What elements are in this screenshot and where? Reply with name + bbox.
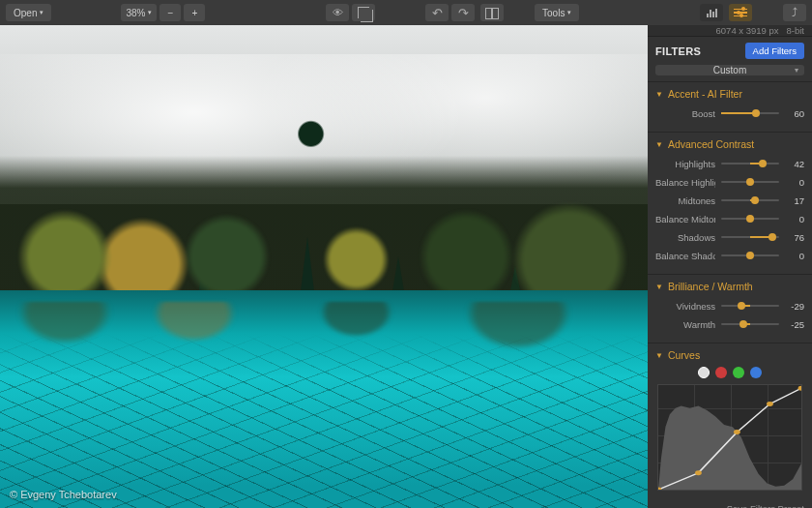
preset-value: Custom [713,65,746,75]
slider-thumb[interactable] [751,196,759,204]
tools-label: Tools [542,8,565,18]
slider-value: 0 [785,251,804,261]
photo: © Evgeny Tchebotarev [0,25,648,508]
channel-blue[interactable] [750,367,762,378]
slider-track[interactable] [721,181,779,183]
redo-button[interactable] [451,4,475,21]
slider-track[interactable] [721,236,779,238]
slider-label: Midtones [655,195,715,206]
compare-button[interactable] [480,4,504,21]
slider-thumb[interactable] [746,178,754,186]
slider-thumb[interactable] [768,233,776,241]
chevron-down-icon: ▾ [148,9,152,16]
image-credit: © Evgeny Tchebotarev [10,489,117,500]
zoom-value-dropdown[interactable]: 38% ▾ [121,4,157,21]
zoom-out-button[interactable]: − [160,4,181,21]
slider-label: Vividness [655,301,715,312]
curves-editor[interactable] [657,384,802,491]
slider-track[interactable] [721,305,779,307]
slider-value: 17 [785,195,804,206]
slider-thumb[interactable] [759,160,767,167]
tools-menu[interactable]: Tools ▾ [535,4,579,21]
filters-sidebar: 6074 x 3919 px 8-bit FILTERS Add Filters… [648,25,812,508]
slider-thumb[interactable] [746,252,754,259]
slider-value: 0 [785,177,804,188]
compare-icon [485,8,499,17]
section-header-contrast[interactable]: ▼ Advanced Contrast [655,138,804,150]
section-name: Curves [668,349,700,361]
undo-button[interactable] [425,4,449,21]
slider-balance-shadow[interactable]: Balance Shadow0 [655,248,804,263]
share-button[interactable] [783,4,806,21]
slider-highlights[interactable]: Highlights42 [655,156,804,171]
slider-thumb[interactable] [738,302,745,310]
zoom-in-button[interactable]: + [184,4,205,21]
save-preset-link[interactable]: Save Filters Preset [648,498,812,508]
slider-balance-midtone[interactable]: Balance Midtone0 [655,211,804,226]
section-header-accent[interactable]: ▼ Accent - AI Filter [655,88,804,100]
curve-line [658,385,801,490]
section-curves: ▼ Curves [648,343,812,498]
disclosure-icon: ▼ [655,283,663,291]
slider-label: Boost [655,108,715,119]
histogram-panel-button[interactable] [700,4,723,21]
slider-label: Balance Shadow [655,251,715,261]
curve-point[interactable] [658,488,661,490]
slider-vividness[interactable]: Vividness-29 [655,298,804,314]
slider-balance-highligh[interactable]: Balance Highligh0 [655,174,804,190]
slider-track[interactable] [721,323,779,325]
slider-boost[interactable]: Boost60 [655,105,804,121]
slider-track[interactable] [721,218,779,220]
slider-shadows[interactable]: Shadows76 [655,229,804,245]
slider-midtones[interactable]: Midtones17 [655,193,804,208]
top-toolbar: Open ▾ 38% ▾ − + Tools ▾ [0,0,812,25]
section-accent: ▼ Accent - AI Filter Boost60 [648,81,812,132]
slider-label: Shadows [655,232,715,243]
image-info-bar: 6074 x 3919 px 8-bit [648,25,812,37]
panel-title: FILTERS [655,45,701,57]
disclosure-icon: ▼ [655,90,663,99]
curve-point[interactable] [734,430,740,434]
slider-track[interactable] [721,199,779,201]
histogram-icon [707,8,717,17]
section-contrast: ▼ Advanced Contrast Highlights42Balance … [648,132,812,274]
curve-point[interactable] [767,402,773,406]
slider-track[interactable] [721,112,779,114]
slider-value: 60 [785,108,804,119]
filters-panel-button[interactable] [729,4,752,21]
slider-value: 0 [785,214,804,224]
plus-icon: + [192,8,198,18]
channel-red[interactable] [715,367,727,378]
curve-channel-picker [655,367,804,378]
slider-label: Highlights [655,159,715,169]
section-header-brilliance[interactable]: ▼ Brilliance / Warmth [655,281,804,292]
preview-toggle[interactable] [326,4,349,21]
crop-tool[interactable] [352,4,375,21]
slider-thumb[interactable] [746,215,754,223]
channel-green[interactable] [733,367,744,378]
zoom-controls: 38% ▾ − + [121,4,205,21]
chevron-down-icon: ▾ [40,9,44,16]
section-name: Accent - AI Filter [668,88,742,100]
slider-track[interactable] [721,254,779,256]
image-canvas[interactable]: © Evgeny Tchebotarev [0,25,648,508]
add-filters-button[interactable]: Add Filters [745,43,804,59]
section-name: Advanced Contrast [668,138,754,150]
curve-point[interactable] [695,470,702,475]
slider-thumb[interactable] [740,320,747,328]
slider-track[interactable] [721,163,779,164]
undo-icon [432,6,443,20]
redo-icon [458,6,469,20]
section-header-curves[interactable]: ▼ Curves [655,349,804,361]
slider-value: 76 [785,232,804,243]
preset-dropdown[interactable]: Custom [655,65,804,75]
share-icon [792,6,798,19]
slider-warmth[interactable]: Warmth-25 [655,316,804,332]
open-menu[interactable]: Open ▾ [6,4,51,21]
slider-value: 42 [785,159,804,169]
crop-icon [358,7,369,18]
slider-thumb[interactable] [752,109,760,117]
section-brilliance: ▼ Brilliance / Warmth Vividness-29Warmth… [648,274,812,343]
channel-luminosity[interactable] [698,367,710,378]
image-bit-depth: 8-bit [787,25,804,36]
